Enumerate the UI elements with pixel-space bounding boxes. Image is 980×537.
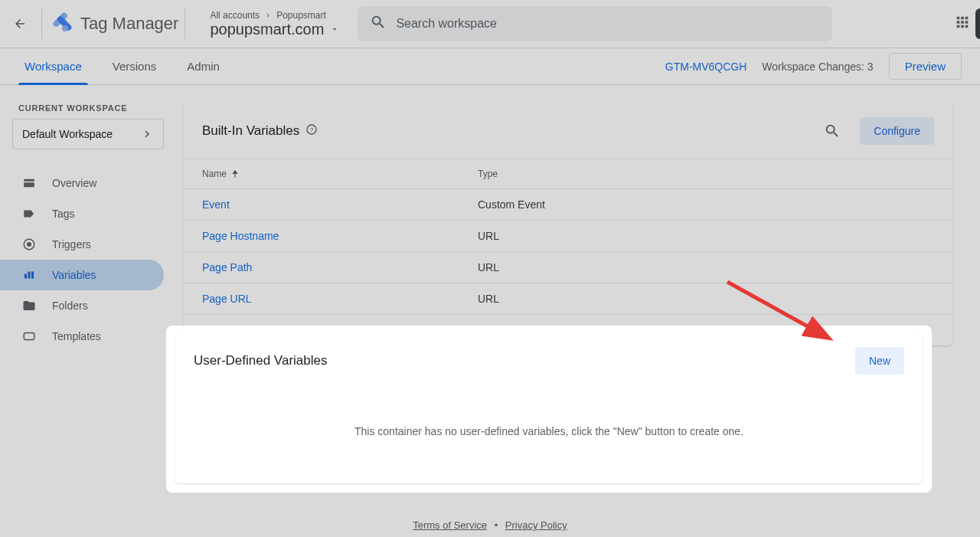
template-icon [21,329,37,344]
card-title: Built-In Variables [202,123,299,139]
sidebar-item-label: Folders [52,300,88,312]
account-selector[interactable]: All accounts Popupsmart popupsmart.com [210,10,339,38]
table-header: Name Type [184,159,952,188]
svg-text:?: ? [310,126,314,133]
svg-rect-5 [24,333,34,340]
preview-button[interactable]: Preview [889,53,962,80]
sidebar-item-folders[interactable]: Folders [0,290,164,321]
footer: Terms of Service • Privacy Policy [0,519,980,531]
sidebar-item-label: Templates [52,330,101,342]
search-box[interactable] [358,6,832,41]
product-name: Tag Manager [80,14,178,34]
variable-link[interactable]: Page Path [202,261,478,273]
col-name-header[interactable]: Name [202,169,478,179]
avatar[interactable] [975,8,980,39]
new-button[interactable]: New [855,347,904,375]
variable-link[interactable]: Page URL [202,293,478,305]
sidebar: CURRENT WORKSPACE Default Workspace Over… [0,85,170,537]
workspace-name: Default Workspace [22,128,113,140]
arrow-left-icon [13,17,27,31]
tabs-row: Workspace Versions Admin GTM-MV6QCGH Wor… [0,48,980,85]
sidebar-item-overview[interactable]: Overview [0,168,164,198]
container-name: popupsmart.com [210,21,324,38]
chevron-right-icon [264,11,272,19]
variable-link[interactable]: Event [202,198,478,211]
user-defined-variables-card: User-Defined Variables New This containe… [175,335,923,483]
workspace-selector[interactable]: Default Workspace [12,119,164,149]
search-icon [370,14,387,34]
tos-link[interactable]: Terms of Service [413,519,487,531]
highlight-wrapper: User-Defined Variables New This containe… [166,326,932,493]
folder-icon [21,298,37,313]
table-row[interactable]: Page PathURL [184,251,952,283]
breadcrumb-account: Popupsmart [276,10,326,21]
variable-type: URL [478,261,934,273]
gtm-logo-icon [48,11,73,36]
apps-icon[interactable] [954,14,971,34]
table-row[interactable]: Page HostnameURL [184,220,952,251]
app-header: Tag Manager All accounts Popupsmart popu… [0,0,980,48]
logo-area[interactable]: Tag Manager [48,11,178,36]
breadcrumb-all: All accounts [210,10,260,21]
configure-button[interactable]: Configure [860,117,934,145]
overview-icon [21,175,37,191]
sidebar-item-triggers[interactable]: Triggers [0,229,164,260]
workspace-changes: Workspace Changes: 3 [762,61,873,73]
variable-type: URL [478,230,934,242]
builtin-variables-card: Built-In Variables ? Configure Name Type [184,103,952,345]
svg-point-2 [62,25,68,31]
empty-state-text: This container has no user-defined varia… [175,387,923,483]
sidebar-item-variables[interactable]: Variables [0,260,164,290]
sidebar-item-templates[interactable]: Templates [0,321,164,352]
tab-admin[interactable]: Admin [181,48,226,85]
current-workspace-label: CURRENT WORKSPACE [18,103,164,113]
tab-workspace[interactable]: Workspace [18,48,88,85]
svg-point-4 [27,242,31,247]
col-type-header[interactable]: Type [478,169,934,179]
sidebar-item-label: Overview [52,177,96,189]
tag-icon [21,206,37,221]
variable-icon [21,267,37,283]
sidebar-item-label: Tags [52,208,75,220]
sort-asc-icon [230,169,240,179]
table-row[interactable]: EventCustom Event [184,188,952,220]
sidebar-item-label: Variables [52,269,96,281]
chevron-right-icon [140,127,154,141]
caret-down-icon [330,25,339,34]
search-button[interactable] [817,116,848,146]
variable-type: URL [478,293,934,305]
divider [41,8,42,39]
sidebar-item-tags[interactable]: Tags [0,198,164,229]
table-row[interactable]: Page URLURL [184,283,952,314]
sidebar-item-label: Triggers [52,238,91,250]
help-icon[interactable]: ? [305,123,318,139]
divider [185,8,185,39]
back-button[interactable] [8,11,32,36]
footer-separator: • [495,519,498,531]
variable-type: Custom Event [478,198,934,211]
search-icon [824,123,841,139]
breadcrumb: All accounts Popupsmart [210,10,339,21]
variable-link[interactable]: Page Hostname [202,230,478,242]
trigger-icon [21,237,37,252]
container-id[interactable]: GTM-MV6QCGH [665,61,747,73]
search-input[interactable] [396,17,820,31]
tab-versions[interactable]: Versions [106,48,163,85]
privacy-link[interactable]: Privacy Policy [505,519,567,531]
card-title: User-Defined Variables [194,353,327,368]
